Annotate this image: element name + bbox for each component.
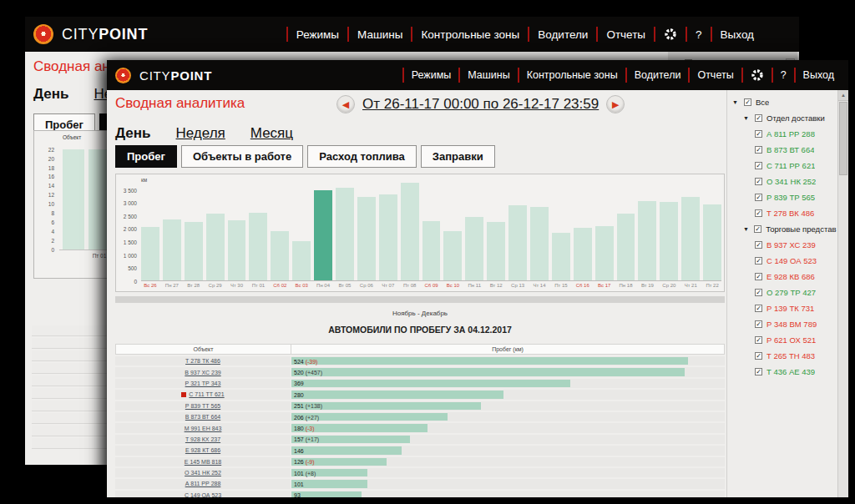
nav-item-drivers[interactable]: Водители <box>627 69 689 81</box>
chart-bar[interactable] <box>638 201 656 280</box>
chart-bar[interactable] <box>595 226 614 280</box>
nav-item-control-zones[interactable]: Контрольные зоны <box>412 28 528 41</box>
chart-bar[interactable] <box>336 188 354 280</box>
tree-group-label[interactable]: Торговые представ… <box>766 224 837 234</box>
metric-button-refuels[interactable]: Заправки <box>421 145 495 168</box>
exit-button[interactable]: Выход <box>796 69 842 81</box>
prev-period-button[interactable]: ◀ <box>336 95 355 113</box>
chart-bar[interactable] <box>401 183 419 280</box>
vehicle-link[interactable]: С 149 ОА 523 <box>185 492 221 497</box>
tab-week[interactable]: Неделя <box>176 125 225 142</box>
metric-button-objects[interactable]: Объекты в работе <box>181 145 303 168</box>
chart-bar[interactable] <box>617 214 635 280</box>
tree-item-vehicle[interactable]: С 149 ОА 523 <box>766 256 817 265</box>
scrollbar[interactable]: ▲ <box>837 90 848 497</box>
tree-item-vehicle[interactable]: А 811 РР 288 <box>766 129 815 139</box>
vehicle-link[interactable]: А 811 РР 288 <box>185 481 221 486</box>
chart-bar[interactable] <box>422 221 441 280</box>
help-button[interactable]: ? <box>687 28 711 41</box>
vehicle-link[interactable]: В 937 ХС 239 <box>185 370 220 375</box>
scrollbar-thumb[interactable] <box>839 102 847 175</box>
chart-bar[interactable] <box>271 231 289 280</box>
nav-item-control-zones[interactable]: Контрольные зоны <box>519 69 625 81</box>
checkbox[interactable]: ✓ <box>755 178 762 185</box>
chart-bar[interactable] <box>487 222 505 280</box>
chart-bar[interactable] <box>508 205 527 280</box>
chart-bar[interactable] <box>379 194 397 280</box>
chart-bar[interactable] <box>228 220 246 280</box>
vehicle-link[interactable]: Е 928 КТ 686 <box>185 447 220 453</box>
chart-bar[interactable] <box>443 231 462 280</box>
chart-bar[interactable] <box>185 222 203 280</box>
metric-button-fuel[interactable]: Расход топлива <box>307 145 417 168</box>
checkbox[interactable]: ✓ <box>755 352 762 360</box>
vehicle-link[interactable]: Е 145 МВ 818 <box>185 459 221 465</box>
vehicle-link[interactable]: Т 928 КХ 237 <box>185 436 220 442</box>
date-range-label[interactable]: От 26-11-17 00:00 по 26-12-17 23:59 <box>362 96 599 113</box>
checkbox[interactable]: ✓ <box>755 209 762 217</box>
chart-bar[interactable] <box>552 233 570 280</box>
tab-day[interactable]: День <box>115 125 151 142</box>
checkbox[interactable]: ✓ <box>755 194 762 201</box>
chart-bar[interactable] <box>703 204 721 280</box>
tree-item-vehicle[interactable]: Р 839 ТР 565 <box>766 193 815 202</box>
chart-bar[interactable] <box>574 228 592 280</box>
checkbox[interactable]: ✓ <box>755 114 762 122</box>
tree-item-all[interactable]: Все <box>756 98 769 107</box>
nav-item-reports[interactable]: Отчеты <box>598 28 654 41</box>
checkbox[interactable]: ✓ <box>755 320 762 328</box>
tree-item-vehicle[interactable]: Т 278 ВК 486 <box>766 209 814 218</box>
help-button[interactable]: ? <box>773 69 794 81</box>
nav-item-machines[interactable]: Машины <box>349 28 411 41</box>
checkbox[interactable]: ✓ <box>755 257 762 265</box>
chart-bar[interactable] <box>163 219 181 280</box>
metric-button-mileage[interactable]: Пробег <box>115 145 177 168</box>
checkbox[interactable]: ✓ <box>755 130 762 138</box>
nav-item-reports[interactable]: Отчеты <box>690 69 741 81</box>
vehicle-link[interactable]: В 873 ВТ 664 <box>185 414 220 420</box>
chevron-down-icon[interactable]: ▼ <box>732 99 740 105</box>
checkbox[interactable]: ✓ <box>755 273 762 280</box>
tree-item-vehicle[interactable]: Р 348 ВМ 789 <box>766 320 817 329</box>
tree-item-vehicle[interactable]: О 279 ТР 427 <box>766 288 816 297</box>
vehicle-link[interactable]: Р 321 ТР 343 <box>185 381 221 386</box>
vehicle-link[interactable]: Р 839 ТТ 565 <box>185 403 220 409</box>
chart-bar[interactable] <box>681 197 700 280</box>
vehicle-link[interactable]: О 341 НК 252 <box>185 470 221 476</box>
chart-bar[interactable] <box>292 241 311 280</box>
next-period-button[interactable]: ▶ <box>606 95 625 113</box>
nav-item-drivers[interactable]: Водители <box>529 28 596 41</box>
tab-day[interactable]: День <box>33 86 69 103</box>
checkbox[interactable]: ✓ <box>755 368 762 375</box>
checkbox[interactable]: ✓ <box>755 146 762 154</box>
tree-item-vehicle[interactable]: В 937 ХС 239 <box>766 240 816 249</box>
chart-bar[interactable] <box>660 202 678 280</box>
nav-item-machines[interactable]: Машины <box>460 69 517 81</box>
checkbox[interactable]: ✓ <box>755 336 762 344</box>
chart-bar[interactable] <box>141 227 159 280</box>
vehicle-link[interactable]: С 711 ТТ 621 <box>189 391 224 397</box>
chart-bar[interactable] <box>465 217 483 280</box>
checkbox[interactable]: ✓ <box>755 162 762 169</box>
tree-item-vehicle[interactable]: Р 139 ТК 731 <box>766 304 814 313</box>
tree-item-vehicle[interactable]: Е 928 КВ 686 <box>766 272 815 281</box>
vehicle-link[interactable]: Т 278 ТК 486 <box>185 358 220 364</box>
exit-button[interactable]: Выход <box>712 28 762 41</box>
tree-item-vehicle[interactable]: О 341 НК 252 <box>766 177 816 186</box>
tree-item-vehicle[interactable]: С 711 РР 621 <box>766 161 815 170</box>
nav-item-modes[interactable]: Режимы <box>404 69 459 81</box>
tree-item-vehicle[interactable]: В 873 ВТ 664 <box>766 145 814 154</box>
chart-bar[interactable] <box>206 214 225 280</box>
gear-icon[interactable] <box>655 28 686 41</box>
chart-bar[interactable] <box>249 213 267 280</box>
checkbox[interactable]: ✓ <box>755 241 762 249</box>
gear-icon[interactable] <box>743 68 772 82</box>
chart-bar[interactable] <box>357 197 376 280</box>
tree-item-vehicle[interactable]: Р 621 ОХ 521 <box>766 335 816 345</box>
chart-bar[interactable] <box>530 207 549 280</box>
chevron-down-icon[interactable]: ▼ <box>743 226 750 232</box>
chart-bar[interactable] <box>63 149 84 249</box>
checkbox[interactable]: ✓ <box>755 305 762 312</box>
tab-month[interactable]: Месяц <box>250 125 293 142</box>
tree-item-vehicle[interactable]: Т 436 АЕ 439 <box>766 367 815 376</box>
